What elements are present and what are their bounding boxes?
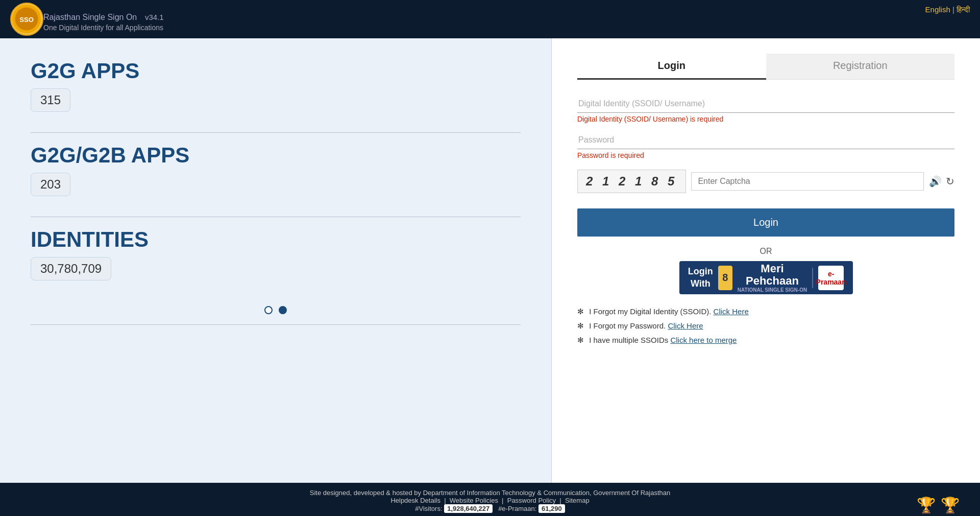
logo: SSO <box>10 3 43 36</box>
forgot-password-item: ✻ I Forgot my Password. Click Here <box>577 321 954 331</box>
site-subtitle: One Digital Identity for all Application… <box>43 24 164 32</box>
version-label: v34.1 <box>145 13 164 21</box>
pehchaan-banner: Login With 8 Meri Pehchaan NATIONAL SING… <box>679 261 853 294</box>
language-switcher: English | हिन्दी <box>925 5 970 14</box>
tab-bar: Login Registration <box>577 54 954 80</box>
tab-login[interactable]: Login <box>577 54 766 80</box>
epramaan-count: 61,290 <box>538 504 565 513</box>
captcha-refresh-icon[interactable]: ↻ <box>946 175 954 187</box>
captcha-image: 2 1 2 1 8 5 <box>577 170 686 193</box>
epramaan-logo: e-Pramaan <box>818 266 844 290</box>
forgot-password-link[interactable]: Click Here <box>668 321 703 330</box>
footer-designed-by: Site designed, developed & hosted by Dep… <box>0 489 980 497</box>
password-group: Password is required <box>577 131 954 159</box>
identities-label: IDENTITIES <box>31 227 521 252</box>
pehchaan-divider <box>812 268 813 288</box>
captcha-input[interactable] <box>691 172 924 191</box>
carousel-dots <box>31 306 521 314</box>
site-title: Rajasthan Single Sign On v34.1 <box>43 7 164 24</box>
ssoid-group: Digital Identity (SSOID/ Username) is re… <box>577 95 954 123</box>
svg-text:SSO: SSO <box>19 16 34 24</box>
or-divider: OR <box>577 247 954 256</box>
pehchaan-logo-circle: 8 <box>718 266 732 290</box>
asterisk-1: ✻ <box>577 307 584 316</box>
left-panel: G2G APPS 315 G2G/G2B APPS 203 IDENTITIES… <box>0 38 552 483</box>
pehchaan-brand-text: Meri Pehchaan NATIONAL SINGLE SIGN-ON <box>738 263 807 293</box>
footer-links: Helpdesk Details | Website Policies | Pa… <box>0 497 980 504</box>
ssoid-input[interactable] <box>577 95 954 113</box>
trophy-icons: 🏆 🏆 <box>917 496 960 514</box>
g2g-label: G2G APPS <box>31 59 521 83</box>
password-policy-link[interactable]: Password Policy <box>507 497 556 504</box>
g2g-count: 315 <box>31 88 70 112</box>
g2g-section: G2G APPS 315 <box>31 59 521 122</box>
g2gb-section: G2G/G2B APPS 203 <box>31 143 521 206</box>
captcha-icons: 🔊 ↻ <box>929 175 954 187</box>
pehchaan-login-button[interactable]: Login With 8 Meri Pehchaan NATIONAL SING… <box>577 261 954 294</box>
captcha-audio-icon[interactable]: 🔊 <box>929 175 942 187</box>
header-text: Rajasthan Single Sign On v34.1 One Digit… <box>43 7 164 32</box>
password-input[interactable] <box>577 131 954 149</box>
divider-2 <box>31 217 521 217</box>
footer-visitors: #Visitors: 1,928,640,227 #e-Pramaan: 61,… <box>0 504 980 513</box>
identities-section: IDENTITIES 30,780,709 <box>31 227 521 291</box>
captcha-row: 2 1 2 1 8 5 🔊 ↻ <box>577 170 954 193</box>
dot-2[interactable] <box>279 306 287 314</box>
dot-1[interactable] <box>264 306 273 314</box>
helpdesk-link[interactable]: Helpdesk Details <box>390 497 440 504</box>
lang-separator: | <box>952 5 954 14</box>
pehchaan-left-text: Login With <box>688 266 713 290</box>
hindi-link[interactable]: हिन्दी <box>957 5 970 14</box>
trophy-icon-2: 🏆 <box>941 496 960 514</box>
login-button[interactable]: Login <box>577 208 954 237</box>
divider-1 <box>31 132 521 133</box>
help-links: ✻ I Forgot my Digital Identity (SSOID). … <box>577 307 954 345</box>
footer: Site designed, developed & hosted by Dep… <box>0 483 980 516</box>
website-policies-link[interactable]: Website Policies <box>450 497 498 504</box>
ssoid-error: Digital Identity (SSOID/ Username) is re… <box>577 115 954 123</box>
visitors-count: 1,928,640,227 <box>444 504 493 513</box>
main-container: G2G APPS 315 G2G/G2B APPS 203 IDENTITIES… <box>0 38 980 483</box>
asterisk-2: ✻ <box>577 321 584 330</box>
trophy-icon-1: 🏆 <box>917 496 936 514</box>
header: SSO Rajasthan Single Sign On v34.1 One D… <box>0 0 980 38</box>
password-error: Password is required <box>577 151 954 159</box>
forgot-ssoid-link[interactable]: Click Here <box>714 307 749 316</box>
merge-ssoid-item: ✻ I have multiple SSOIDs Click here to m… <box>577 336 954 345</box>
english-link[interactable]: English <box>925 5 950 14</box>
sitemap-link[interactable]: Sitemap <box>565 497 590 504</box>
tab-registration[interactable]: Registration <box>766 54 955 79</box>
merge-ssoid-link[interactable]: Click here to merge <box>670 336 737 344</box>
forgot-ssoid-item: ✻ I Forgot my Digital Identity (SSOID). … <box>577 307 954 316</box>
identities-count: 30,780,709 <box>31 257 111 280</box>
right-panel: Login Registration Digital Identity (SSO… <box>552 38 980 483</box>
asterisk-3: ✻ <box>577 336 584 344</box>
g2gb-label: G2G/G2B APPS <box>31 143 521 168</box>
divider-3 <box>31 324 521 325</box>
g2gb-count: 203 <box>31 173 70 196</box>
